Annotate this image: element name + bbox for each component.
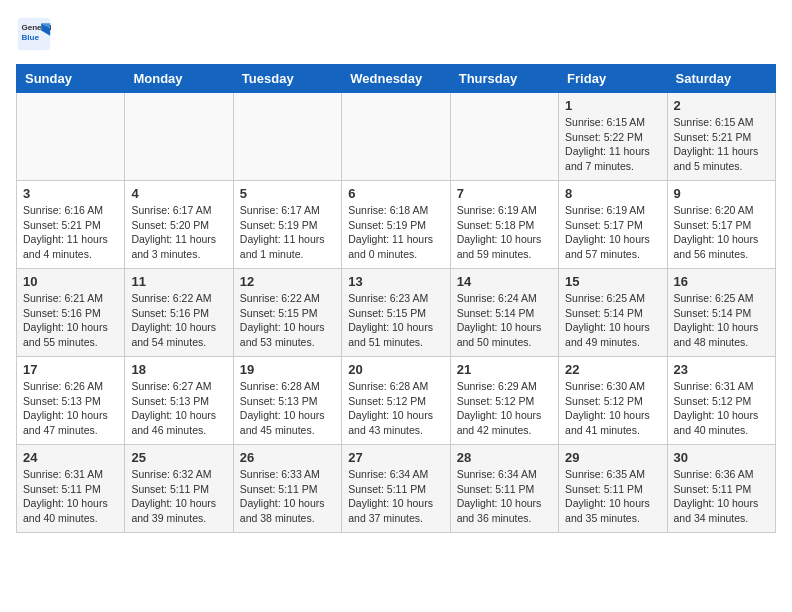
calendar-cell: 5Sunrise: 6:17 AM Sunset: 5:19 PM Daylig… [233, 181, 341, 269]
day-info: Sunrise: 6:35 AM Sunset: 5:11 PM Dayligh… [565, 467, 660, 526]
day-number: 27 [348, 450, 443, 465]
calendar-cell: 14Sunrise: 6:24 AM Sunset: 5:14 PM Dayli… [450, 269, 558, 357]
calendar-cell: 20Sunrise: 6:28 AM Sunset: 5:12 PM Dayli… [342, 357, 450, 445]
calendar-cell: 1Sunrise: 6:15 AM Sunset: 5:22 PM Daylig… [559, 93, 667, 181]
calendar-table: SundayMondayTuesdayWednesdayThursdayFrid… [16, 64, 776, 533]
day-number: 6 [348, 186, 443, 201]
calendar-cell: 29Sunrise: 6:35 AM Sunset: 5:11 PM Dayli… [559, 445, 667, 533]
day-number: 5 [240, 186, 335, 201]
day-number: 12 [240, 274, 335, 289]
calendar-cell: 22Sunrise: 6:30 AM Sunset: 5:12 PM Dayli… [559, 357, 667, 445]
day-info: Sunrise: 6:34 AM Sunset: 5:11 PM Dayligh… [457, 467, 552, 526]
day-number: 22 [565, 362, 660, 377]
day-info: Sunrise: 6:22 AM Sunset: 5:16 PM Dayligh… [131, 291, 226, 350]
calendar-cell: 13Sunrise: 6:23 AM Sunset: 5:15 PM Dayli… [342, 269, 450, 357]
day-info: Sunrise: 6:28 AM Sunset: 5:13 PM Dayligh… [240, 379, 335, 438]
day-info: Sunrise: 6:19 AM Sunset: 5:17 PM Dayligh… [565, 203, 660, 262]
calendar-cell: 27Sunrise: 6:34 AM Sunset: 5:11 PM Dayli… [342, 445, 450, 533]
day-number: 10 [23, 274, 118, 289]
day-number: 2 [674, 98, 769, 113]
day-number: 13 [348, 274, 443, 289]
day-number: 24 [23, 450, 118, 465]
day-number: 15 [565, 274, 660, 289]
day-info: Sunrise: 6:22 AM Sunset: 5:15 PM Dayligh… [240, 291, 335, 350]
calendar-weekday-header: Saturday [667, 65, 775, 93]
calendar-weekday-header: Sunday [17, 65, 125, 93]
calendar-week-row: 17Sunrise: 6:26 AM Sunset: 5:13 PM Dayli… [17, 357, 776, 445]
day-info: Sunrise: 6:31 AM Sunset: 5:12 PM Dayligh… [674, 379, 769, 438]
calendar-cell: 4Sunrise: 6:17 AM Sunset: 5:20 PM Daylig… [125, 181, 233, 269]
calendar-week-row: 24Sunrise: 6:31 AM Sunset: 5:11 PM Dayli… [17, 445, 776, 533]
logo-icon: General Blue [16, 16, 52, 52]
day-info: Sunrise: 6:29 AM Sunset: 5:12 PM Dayligh… [457, 379, 552, 438]
calendar-weekday-header: Wednesday [342, 65, 450, 93]
calendar-weekday-header: Thursday [450, 65, 558, 93]
calendar-cell: 19Sunrise: 6:28 AM Sunset: 5:13 PM Dayli… [233, 357, 341, 445]
day-info: Sunrise: 6:27 AM Sunset: 5:13 PM Dayligh… [131, 379, 226, 438]
calendar-weekday-header: Friday [559, 65, 667, 93]
calendar-week-row: 3Sunrise: 6:16 AM Sunset: 5:21 PM Daylig… [17, 181, 776, 269]
day-info: Sunrise: 6:17 AM Sunset: 5:19 PM Dayligh… [240, 203, 335, 262]
calendar-cell: 11Sunrise: 6:22 AM Sunset: 5:16 PM Dayli… [125, 269, 233, 357]
calendar-cell: 30Sunrise: 6:36 AM Sunset: 5:11 PM Dayli… [667, 445, 775, 533]
day-number: 9 [674, 186, 769, 201]
day-number: 1 [565, 98, 660, 113]
day-number: 21 [457, 362, 552, 377]
day-info: Sunrise: 6:23 AM Sunset: 5:15 PM Dayligh… [348, 291, 443, 350]
calendar-cell [17, 93, 125, 181]
day-info: Sunrise: 6:34 AM Sunset: 5:11 PM Dayligh… [348, 467, 443, 526]
calendar-cell: 10Sunrise: 6:21 AM Sunset: 5:16 PM Dayli… [17, 269, 125, 357]
day-info: Sunrise: 6:33 AM Sunset: 5:11 PM Dayligh… [240, 467, 335, 526]
day-number: 3 [23, 186, 118, 201]
day-number: 29 [565, 450, 660, 465]
calendar-cell: 18Sunrise: 6:27 AM Sunset: 5:13 PM Dayli… [125, 357, 233, 445]
calendar-cell: 12Sunrise: 6:22 AM Sunset: 5:15 PM Dayli… [233, 269, 341, 357]
calendar-cell [342, 93, 450, 181]
day-number: 17 [23, 362, 118, 377]
calendar-weekday-header: Monday [125, 65, 233, 93]
calendar-cell: 7Sunrise: 6:19 AM Sunset: 5:18 PM Daylig… [450, 181, 558, 269]
calendar-cell: 17Sunrise: 6:26 AM Sunset: 5:13 PM Dayli… [17, 357, 125, 445]
calendar-weekday-header: Tuesday [233, 65, 341, 93]
calendar-cell: 6Sunrise: 6:18 AM Sunset: 5:19 PM Daylig… [342, 181, 450, 269]
calendar-cell: 16Sunrise: 6:25 AM Sunset: 5:14 PM Dayli… [667, 269, 775, 357]
calendar-cell: 2Sunrise: 6:15 AM Sunset: 5:21 PM Daylig… [667, 93, 775, 181]
day-info: Sunrise: 6:26 AM Sunset: 5:13 PM Dayligh… [23, 379, 118, 438]
day-number: 30 [674, 450, 769, 465]
day-info: Sunrise: 6:36 AM Sunset: 5:11 PM Dayligh… [674, 467, 769, 526]
day-info: Sunrise: 6:18 AM Sunset: 5:19 PM Dayligh… [348, 203, 443, 262]
day-info: Sunrise: 6:20 AM Sunset: 5:17 PM Dayligh… [674, 203, 769, 262]
day-number: 11 [131, 274, 226, 289]
calendar-cell: 23Sunrise: 6:31 AM Sunset: 5:12 PM Dayli… [667, 357, 775, 445]
day-number: 14 [457, 274, 552, 289]
day-number: 16 [674, 274, 769, 289]
day-number: 20 [348, 362, 443, 377]
day-number: 8 [565, 186, 660, 201]
calendar-cell: 9Sunrise: 6:20 AM Sunset: 5:17 PM Daylig… [667, 181, 775, 269]
day-info: Sunrise: 6:17 AM Sunset: 5:20 PM Dayligh… [131, 203, 226, 262]
calendar-body: 1Sunrise: 6:15 AM Sunset: 5:22 PM Daylig… [17, 93, 776, 533]
day-info: Sunrise: 6:30 AM Sunset: 5:12 PM Dayligh… [565, 379, 660, 438]
svg-text:Blue: Blue [21, 33, 39, 42]
calendar-cell [125, 93, 233, 181]
calendar-cell: 24Sunrise: 6:31 AM Sunset: 5:11 PM Dayli… [17, 445, 125, 533]
calendar-cell: 8Sunrise: 6:19 AM Sunset: 5:17 PM Daylig… [559, 181, 667, 269]
logo: General Blue [16, 16, 56, 52]
page-header: General Blue [16, 16, 776, 52]
calendar-header-row: SundayMondayTuesdayWednesdayThursdayFrid… [17, 65, 776, 93]
day-number: 18 [131, 362, 226, 377]
calendar-cell: 26Sunrise: 6:33 AM Sunset: 5:11 PM Dayli… [233, 445, 341, 533]
calendar-cell: 15Sunrise: 6:25 AM Sunset: 5:14 PM Dayli… [559, 269, 667, 357]
day-info: Sunrise: 6:31 AM Sunset: 5:11 PM Dayligh… [23, 467, 118, 526]
calendar-week-row: 1Sunrise: 6:15 AM Sunset: 5:22 PM Daylig… [17, 93, 776, 181]
day-number: 26 [240, 450, 335, 465]
calendar-cell: 3Sunrise: 6:16 AM Sunset: 5:21 PM Daylig… [17, 181, 125, 269]
day-number: 4 [131, 186, 226, 201]
day-info: Sunrise: 6:25 AM Sunset: 5:14 PM Dayligh… [674, 291, 769, 350]
day-number: 23 [674, 362, 769, 377]
day-info: Sunrise: 6:28 AM Sunset: 5:12 PM Dayligh… [348, 379, 443, 438]
calendar-cell: 28Sunrise: 6:34 AM Sunset: 5:11 PM Dayli… [450, 445, 558, 533]
calendar-cell: 21Sunrise: 6:29 AM Sunset: 5:12 PM Dayli… [450, 357, 558, 445]
day-number: 19 [240, 362, 335, 377]
day-number: 7 [457, 186, 552, 201]
